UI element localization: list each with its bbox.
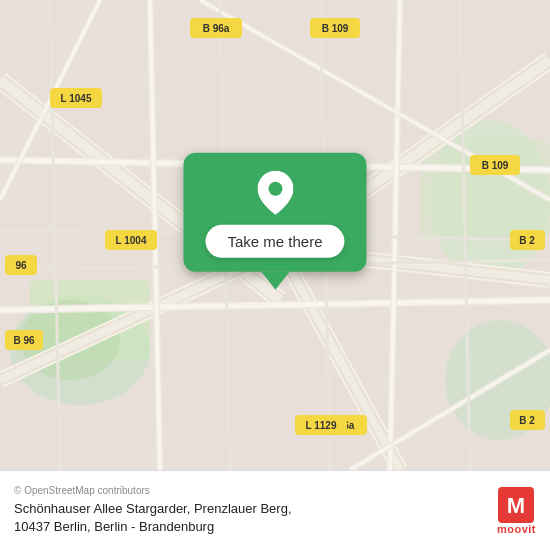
svg-text:L 1004: L 1004 (116, 235, 147, 246)
popup-arrow (261, 272, 289, 290)
svg-text:B 2: B 2 (519, 415, 535, 426)
svg-text:B 96: B 96 (13, 335, 35, 346)
address-line2: 10437 Berlin, Berlin - Brandenburg (14, 519, 214, 534)
svg-text:B 2: B 2 (519, 235, 535, 246)
moovit-label: moovit (497, 523, 536, 535)
take-me-there-button[interactable]: Take me there (205, 225, 344, 258)
address-display: Schönhauser Allee Stargarder, Prenzlauer… (14, 500, 292, 536)
svg-text:B 109: B 109 (482, 160, 509, 171)
address-line1: Schönhauser Allee Stargarder, Prenzlauer… (14, 501, 292, 516)
location-popup: Take me there (183, 153, 366, 290)
moovit-branding: M moovit (497, 487, 536, 535)
address-section: © OpenStreetMap contributors Schönhauser… (14, 485, 292, 536)
bottom-info-bar: © OpenStreetMap contributors Schönhauser… (0, 470, 550, 550)
svg-text:L 1045: L 1045 (61, 93, 92, 104)
moovit-logo-icon: M (498, 487, 534, 523)
svg-text:M: M (507, 493, 525, 518)
popup-card: Take me there (183, 153, 366, 272)
map-view: B 109 B 109 B 96a B 96a L 1045 L 1004 L … (0, 0, 550, 470)
svg-text:96: 96 (15, 260, 27, 271)
copyright-notice: © OpenStreetMap contributors (14, 485, 292, 496)
svg-text:L 1129: L 1129 (306, 420, 337, 431)
location-pin-icon (257, 171, 293, 215)
svg-text:B 96a: B 96a (203, 23, 230, 34)
svg-text:B 109: B 109 (322, 23, 349, 34)
svg-point-64 (268, 182, 282, 196)
